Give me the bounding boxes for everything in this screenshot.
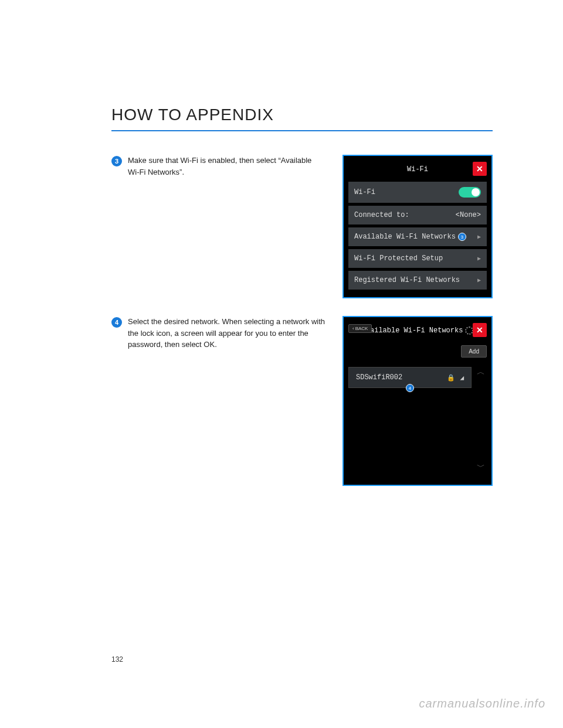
- close-icon[interactable]: ✕: [473, 162, 487, 176]
- screen2-header: ‹ BACK Available Wi-Fi Networks ✕: [348, 322, 487, 339]
- registered-networks-row[interactable]: Registered Wi-Fi Networks ▶: [348, 271, 487, 290]
- chevron-down-icon: ﹀: [477, 462, 485, 472]
- step-4-text: Select the desired network. When selecti…: [128, 316, 325, 486]
- screen2-title: Available Wi-Fi Networks: [362, 326, 463, 335]
- screen2-body: Add SDSwifiR002 🔒 ◢ 4 ︿ ﹀: [348, 343, 487, 472]
- step-3-left: 3 Make sure that Wi-Fi is enabled, then …: [111, 155, 325, 298]
- connected-to-row[interactable]: Connected to: <None>: [348, 206, 487, 224]
- step-3-row: 3 Make sure that Wi-Fi is enabled, then …: [111, 155, 493, 298]
- wifi-label: Wi-Fi: [354, 188, 375, 196]
- scroll-control[interactable]: ︿ ﹀: [475, 367, 487, 472]
- lock-icon: 🔒: [447, 374, 455, 382]
- callout-badge-4: 4: [406, 384, 414, 392]
- connected-value: <None>: [456, 211, 481, 219]
- protected-setup-row[interactable]: Wi-Fi Protected Setup ▶: [348, 249, 487, 268]
- available-networks-row[interactable]: Available Wi-Fi Networks 3 ▶: [348, 227, 487, 246]
- page-number: 132: [111, 655, 123, 664]
- network-list: SDSwifiR002 🔒 ◢ 4 ︿ ﹀: [348, 367, 487, 472]
- chevron-left-icon: ‹: [352, 326, 354, 331]
- network-item[interactable]: SDSwifiR002 🔒 ◢ 4: [348, 367, 472, 388]
- registered-label: Registered Wi-Fi Networks: [354, 276, 460, 284]
- step-4-bullet: 4: [111, 317, 122, 328]
- close-icon[interactable]: ✕: [473, 323, 487, 337]
- callout-badge-3: 3: [458, 233, 466, 241]
- step-3-text: Make sure that Wi-Fi is enabled, then se…: [128, 155, 325, 298]
- back-label: BACK: [355, 326, 368, 331]
- chevron-right-icon: ▶: [477, 233, 481, 240]
- back-button[interactable]: ‹ BACK: [348, 324, 372, 333]
- wifi-toggle-on[interactable]: [459, 187, 481, 198]
- available-label: Available Wi-Fi Networks: [354, 233, 456, 241]
- wifi-signal-icon: ◢: [460, 374, 464, 382]
- protected-label: Wi-Fi Protected Setup: [354, 254, 443, 263]
- chevron-up-icon: ︿: [477, 367, 485, 377]
- screen1-title: Wi-Fi: [407, 165, 428, 174]
- step-3-bullet: 3: [111, 156, 122, 166]
- step-4-row: 4 Select the desired network. When selec…: [111, 316, 493, 486]
- page-heading: HOW TO APPENDIX: [111, 106, 493, 131]
- screen1-header: Wi-Fi ✕: [348, 161, 487, 178]
- watermark: carmanualsonline.info: [419, 697, 545, 710]
- chevron-right-icon: ▶: [477, 255, 481, 262]
- device-screen-2: ‹ BACK Available Wi-Fi Networks ✕ Add SD…: [342, 316, 493, 486]
- chevron-right-icon: ▶: [477, 277, 481, 284]
- add-button[interactable]: Add: [461, 345, 487, 358]
- step-4-left: 4 Select the desired network. When selec…: [111, 316, 325, 486]
- network-name: SDSwifiR002: [356, 373, 402, 382]
- connected-label: Connected to:: [354, 211, 409, 219]
- device-screen-1: Wi-Fi ✕ Wi-Fi Connected to: <None> Avail…: [342, 155, 493, 298]
- wifi-toggle-row[interactable]: Wi-Fi: [348, 182, 487, 203]
